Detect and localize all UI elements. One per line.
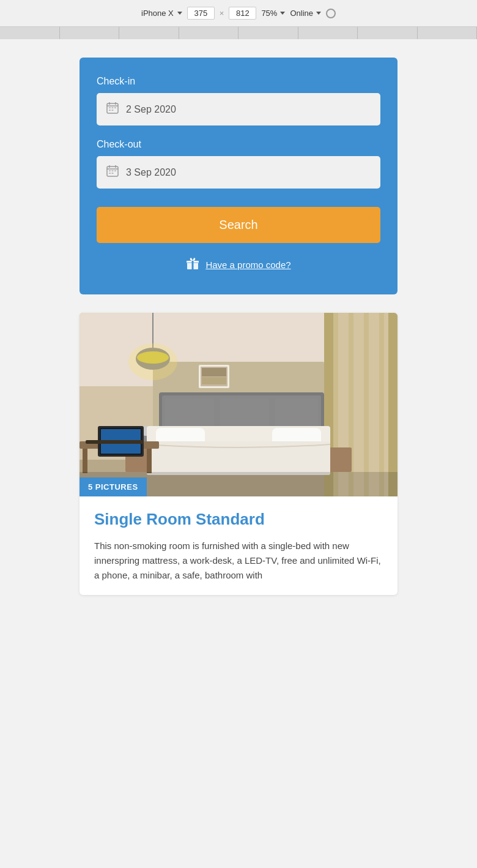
- svg-rect-7: [109, 110, 111, 111]
- checkin-value: 2 Sep 2020: [126, 104, 176, 115]
- room-title: Single Room Standard: [94, 510, 383, 529]
- ruler-seg-7: [358, 27, 418, 39]
- search-button[interactable]: Search: [97, 207, 380, 243]
- checkout-label: Check-out: [97, 139, 380, 150]
- ruler-seg-1: [0, 27, 60, 39]
- page-content: Check-in 2 Sep 2020 Check-out: [0, 39, 477, 868]
- svg-rect-21: [187, 262, 199, 263]
- settings-icon[interactable]: [326, 9, 336, 18]
- svg-rect-55: [147, 449, 152, 473]
- zoom-dropdown-icon: [280, 12, 285, 15]
- network-control[interactable]: Online: [290, 9, 321, 18]
- checkin-label: Check-in: [97, 76, 380, 87]
- svg-rect-14: [112, 170, 114, 171]
- svg-rect-15: [114, 170, 116, 171]
- device-selector[interactable]: iPhone X: [141, 9, 182, 18]
- checkout-calendar-icon: [106, 165, 119, 180]
- svg-rect-4: [109, 107, 111, 108]
- checkout-input[interactable]: 3 Sep 2020: [97, 156, 380, 189]
- device-toolbar: iPhone X 375 × 812 75% Online: [0, 0, 477, 27]
- network-dropdown-icon: [316, 12, 321, 15]
- room-image-container: 5 PICTURES: [80, 313, 398, 496]
- checkout-value: 3 Sep 2020: [126, 167, 176, 178]
- height-input[interactable]: 812: [229, 7, 256, 20]
- room-description: This non-smoking room is furnished with …: [94, 539, 383, 583]
- dimension-divider: ×: [220, 9, 224, 18]
- svg-point-36: [128, 343, 177, 380]
- promo-link[interactable]: Have a promo code?: [205, 260, 290, 270]
- width-input[interactable]: 375: [187, 7, 215, 20]
- device-dropdown-icon: [177, 12, 182, 15]
- svg-rect-6: [114, 107, 116, 108]
- network-status: Online: [290, 9, 313, 18]
- svg-rect-8: [112, 110, 114, 111]
- svg-rect-17: [112, 173, 114, 174]
- svg-rect-5: [112, 107, 114, 108]
- svg-rect-62: [202, 368, 226, 376]
- ruler-seg-6: [298, 27, 358, 39]
- checkin-calendar-icon: [106, 102, 119, 117]
- ruler-seg-8: [418, 27, 478, 39]
- gift-icon: [186, 256, 199, 273]
- zoom-value: 75%: [261, 9, 277, 18]
- ruler-seg-3: [119, 27, 179, 39]
- svg-rect-31: [364, 313, 369, 496]
- svg-rect-32: [379, 313, 384, 496]
- ruler-seg-4: [179, 27, 239, 39]
- svg-rect-16: [109, 173, 111, 174]
- ruler-seg-5: [239, 27, 298, 39]
- pictures-badge: 5 PICTURES: [80, 477, 147, 496]
- zoom-control[interactable]: 75%: [261, 9, 285, 18]
- svg-rect-13: [109, 170, 111, 171]
- room-info: Single Room Standard This non-smoking ro…: [80, 496, 398, 595]
- checkin-input[interactable]: 2 Sep 2020: [97, 93, 380, 125]
- device-name: iPhone X: [141, 9, 174, 18]
- svg-rect-63: [202, 377, 226, 384]
- ruler-seg-2: [60, 27, 120, 39]
- search-panel: Check-in 2 Sep 2020 Check-out: [80, 58, 398, 294]
- ruler-strip: [0, 27, 477, 39]
- svg-rect-54: [83, 449, 87, 473]
- room-card: 5 PICTURES Single Room Standard This non…: [80, 313, 398, 595]
- svg-rect-28: [388, 313, 398, 496]
- promo-row: Have a promo code?: [97, 256, 380, 273]
- svg-rect-59: [86, 440, 144, 444]
